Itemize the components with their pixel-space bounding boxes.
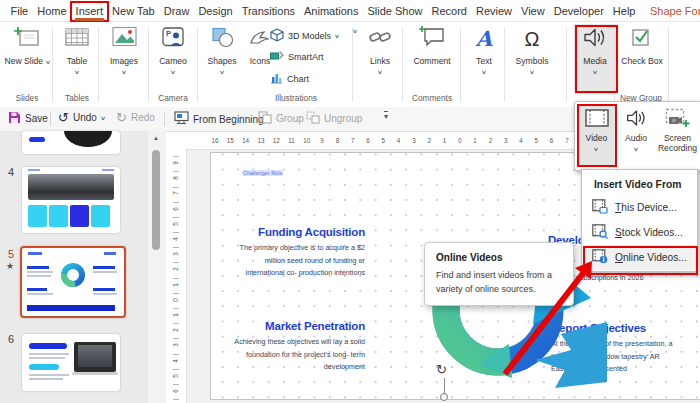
undo-button[interactable]: ↺ Undo ∨: [58, 111, 105, 124]
menu-item-record[interactable]: Record: [427, 1, 471, 21]
ruler-number: 15: [225, 137, 235, 145]
new-slide-icon: [4, 26, 50, 54]
menu-item-file[interactable]: File: [6, 1, 33, 21]
menu-item-view[interactable]: View: [517, 1, 550, 21]
cameo-button[interactable]: P Cameo∨: [150, 26, 196, 77]
symbols-button[interactable]: Ω Symbols∨: [508, 26, 556, 77]
funding-acquisition-block[interactable]: Funding Acquisition The primary objectiv…: [225, 226, 365, 280]
comment-button[interactable]: Comment: [406, 26, 458, 66]
menu-item-developer[interactable]: Developer: [549, 1, 608, 21]
scroll-up-arrow-icon[interactable]: ▲: [153, 135, 159, 141]
ruler-number: 5: [380, 137, 387, 145]
images-icon: [102, 26, 146, 54]
slide-heading-market: Market Penetration: [225, 320, 365, 332]
group-button[interactable]: Group: [258, 111, 304, 126]
shapes-button[interactable]: Shapes∨: [200, 26, 244, 77]
shapes-label: Shapes: [207, 56, 236, 66]
menu-item-stock-videos[interactable]: Stock Videos...: [582, 220, 697, 245]
collapsed-group-chevron[interactable]: ∨: [353, 28, 357, 34]
menu-item-review[interactable]: Review: [471, 1, 516, 21]
save-button[interactable]: Save: [8, 111, 48, 126]
ruler-number: 6: [172, 388, 179, 394]
rotate-handle-icon[interactable]: ↻: [436, 362, 447, 377]
video-film-icon: [578, 108, 615, 134]
3d-models-button[interactable]: 3D Models ∨: [270, 28, 339, 44]
screen-recording-button[interactable]: Screen Recording: [656, 105, 699, 166]
from-beginning-button[interactable]: From Beginning: [174, 111, 264, 127]
selection-resize-handle[interactable]: [440, 393, 448, 401]
overflow-icon: ▾: [384, 112, 388, 121]
menu-item-help[interactable]: Help: [608, 1, 640, 21]
ruler-number: 16: [210, 137, 220, 145]
slide-thumbnail-3-partial[interactable]: [22, 131, 120, 154]
chevron-down-icon[interactable]: ∨: [100, 115, 106, 121]
ruler-number: 9: [319, 137, 326, 145]
menu-item-online-videos[interactable]: Online Videos...: [582, 245, 697, 270]
chart-label: Chart: [287, 74, 309, 84]
group-label-tables: Tables: [37, 93, 117, 103]
ruler-number: 5: [533, 137, 540, 145]
new-slide-button[interactable]: New Slide ∨: [4, 26, 50, 67]
ruler-number: 5: [172, 373, 179, 379]
menu-item-transitions[interactable]: Transitions: [237, 1, 299, 21]
thumbnail-scrollbar[interactable]: ▲: [148, 131, 166, 403]
menu-item-new-tab[interactable]: New Tab: [108, 1, 160, 21]
ruler-number: 0: [457, 137, 464, 145]
links-icon: [360, 26, 400, 54]
media-button[interactable]: Media∨: [575, 26, 615, 77]
vertical-ruler[interactable]: 98765432101234567: [166, 149, 187, 403]
group-label-camera: Camera: [133, 93, 213, 103]
images-button[interactable]: Images∨: [102, 26, 146, 77]
chevron-down-icon: ∨: [170, 67, 176, 77]
market-penetration-block[interactable]: Market Penetration Achieving these objec…: [225, 320, 365, 374]
redo-label: Redo: [131, 112, 155, 123]
table-label: Table: [67, 56, 88, 66]
smartart-button[interactable]: SmartArt: [270, 50, 324, 64]
text-button[interactable]: A Text∨: [464, 26, 504, 77]
ruler-number: 4: [172, 236, 179, 242]
mini-cycle-diagram: [56, 260, 90, 292]
ribbon: New Slide ∨ Table∨ Images∨ P Cameo∨ Shap…: [0, 22, 700, 107]
ungroup-button[interactable]: Ungroup: [306, 111, 362, 126]
menu-item-insert[interactable]: Insert: [71, 1, 108, 21]
chart-button[interactable]: Chart: [270, 72, 309, 86]
slide-thumbnail-5-selected[interactable]: [20, 246, 126, 318]
chevron-down-icon: ∨: [529, 67, 535, 77]
slide-thumbnail-6[interactable]: [22, 334, 120, 391]
menu-item-home[interactable]: Home: [33, 1, 71, 21]
media-flyout-panel: Video ∨ Audio ∨ Screen Recording: [574, 101, 700, 171]
media-label: Media: [583, 56, 606, 66]
ruler-number: 2: [172, 327, 179, 333]
thumbnail-number-selected: 5: [8, 248, 14, 260]
ruler-number: 2: [487, 137, 494, 145]
ruler-number: 4: [395, 137, 402, 145]
menu-item-design[interactable]: Design: [194, 1, 237, 21]
menu-item-draw[interactable]: Draw: [159, 1, 194, 21]
menu-item-slide-show[interactable]: Slide Show: [363, 1, 427, 21]
check-box-button[interactable]: Check Box: [618, 26, 666, 66]
insert-annotation-box: [70, 1, 109, 22]
ruler-number: 3: [172, 251, 179, 257]
audio-button[interactable]: Audio ∨: [618, 105, 654, 166]
chevron-down-icon: ∨: [45, 57, 51, 67]
ruler-number: 3: [172, 343, 179, 349]
links-button[interactable]: Links∨: [360, 26, 400, 77]
toolbar-overflow-button[interactable]: ▾: [384, 111, 388, 121]
omega-icon: Ω: [508, 26, 556, 54]
video-button[interactable]: Video ∨: [578, 105, 615, 166]
audio-speaker-icon: [618, 108, 654, 134]
scrollbar-thumb[interactable]: [152, 150, 160, 250]
chevron-down-icon: ∨: [334, 33, 340, 39]
redo-button[interactable]: ↻ Redo: [116, 111, 155, 124]
comment-icon: [406, 26, 458, 54]
menu-bar-items: FileHomeInsertNew TabDrawDesignTransitio…: [6, 1, 640, 21]
ruler-number: 12: [271, 137, 281, 145]
menu-item-animations[interactable]: Animations: [300, 1, 363, 21]
table-button[interactable]: Table∨: [56, 26, 98, 77]
slide-thumbnail-4[interactable]: [22, 167, 120, 233]
menu-item-shape-format[interactable]: Shape Format: [640, 1, 700, 21]
menu-item-this-device[interactable]: This Device...: [582, 195, 697, 220]
cameo-label: Cameo: [159, 56, 187, 66]
chevron-down-icon: ∨: [633, 145, 639, 155]
slide-tag-text[interactable]: Challenger Role: [242, 170, 283, 176]
